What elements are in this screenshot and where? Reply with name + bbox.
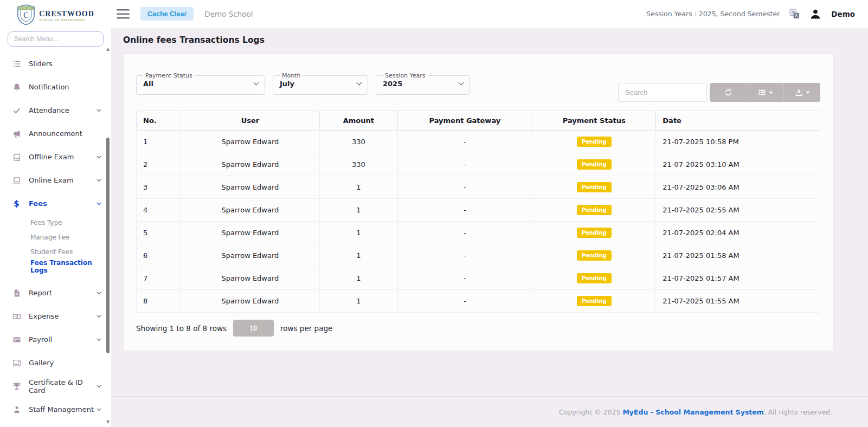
sidebar-search-input[interactable] [8, 31, 104, 47]
transactions-card: Payment StatusAllMonthJulySession Years2… [123, 53, 833, 351]
list-icon [12, 59, 21, 68]
cache-clear-button[interactable]: Cache Clear [140, 7, 194, 21]
sidebar-subitem-student-fees[interactable]: Student Fees [0, 244, 111, 259]
user-avatar-icon[interactable] [809, 8, 821, 20]
table-row: 6Sparrow Edward1-Pending21-07-2025 01:58… [137, 244, 820, 267]
cell-gateway: - [397, 222, 532, 244]
image-icon [12, 358, 21, 367]
language-translate-icon[interactable]: A [789, 9, 800, 19]
status-badge: Pending [577, 182, 612, 192]
status-badge: Pending [577, 250, 612, 261]
cell-user: Sparrow Edward [181, 267, 319, 290]
cell-status: Pending [532, 131, 656, 153]
sidebar-item-label: Announcement [29, 130, 102, 138]
filters: Payment StatusAllMonthJulySession Years2… [136, 72, 478, 95]
pagination-summary: Showing 1 to 8 of 8 rows [136, 324, 227, 333]
export-icon [795, 88, 803, 96]
sidebar-item-expense[interactable]: Expense [0, 305, 111, 328]
filter-payment-status[interactable]: Payment StatusAll [136, 72, 265, 95]
copyright-text: Copyright © 2025 MyEdu - School Manageme… [559, 408, 832, 416]
hamburger-menu-icon[interactable] [117, 9, 130, 19]
cell-date: 21-07-2025 02:55 AM [656, 199, 820, 222]
table-row: 2Sparrow Edward330-Pending21-07-2025 03:… [137, 153, 820, 176]
table-row: 5Sparrow Edward1-Pending21-07-2025 02:04… [137, 222, 820, 244]
svg-text:A: A [795, 14, 798, 18]
session-years-label: Session Years : 2025, Second Semester [646, 10, 780, 18]
cell-date: 21-07-2025 10:58 PM [656, 131, 820, 153]
sidebar-item-report[interactable]: Report [0, 281, 111, 305]
cell-amount: 1 [319, 199, 397, 222]
status-badge: Pending [577, 228, 612, 238]
cell-date: 21-07-2025 02:04 AM [656, 222, 820, 244]
sidebar-item-label: Report [29, 289, 95, 297]
cell-no: 6 [137, 244, 181, 267]
column-header-no: No. [137, 111, 181, 131]
table-search-input[interactable] [618, 83, 707, 102]
chevron-down-icon [357, 80, 362, 86]
cell-status: Pending [532, 222, 656, 244]
refresh-button[interactable] [710, 83, 747, 102]
sidebar-item-staff-management[interactable]: Staff Management [0, 398, 111, 421]
filter-label: Session Years [383, 72, 428, 79]
sidebar-item-announcement[interactable]: Announcement [0, 122, 111, 145]
sidebar-item-sliders[interactable]: Sliders [0, 52, 111, 75]
chevron-down-icon [95, 107, 102, 114]
filter-month[interactable]: MonthJuly [273, 72, 368, 95]
user-name[interactable]: Demo [831, 10, 855, 18]
credit-card-icon [12, 335, 21, 344]
status-badge: Pending [577, 205, 612, 215]
svg-text:C: C [23, 11, 28, 20]
cell-status: Pending [532, 153, 656, 176]
cell-status: Pending [532, 290, 656, 313]
sidebar-item-certificate-id-card[interactable]: Certificate & ID Card [0, 374, 111, 398]
sidebar-item-fees[interactable]: $Fees [0, 192, 111, 215]
trophy-icon [12, 381, 21, 391]
cell-amount: 1 [319, 176, 397, 199]
myedu-link[interactable]: MyEdu - School Management System [622, 408, 763, 416]
filter-session-years[interactable]: Session Years2025 [376, 72, 470, 95]
sidebar-item-label: Sliders [29, 60, 102, 68]
main-content: Online fees Transactions Logs Payment St… [111, 28, 868, 396]
cell-status: Pending [532, 199, 656, 222]
export-button[interactable] [783, 83, 820, 102]
sidebar-subitem-fees-transaction-logs[interactable]: Fees Transaction Logs [0, 259, 111, 274]
sidebar-item-online-exam[interactable]: Online Exam [0, 169, 111, 192]
brand-tagline: SCHOOL OF HATTIESBURG [39, 18, 94, 22]
filter-label: Month [280, 72, 303, 79]
sidebar-item-notification[interactable]: Notification [0, 75, 111, 99]
school-logo[interactable]: ESTD 2023 C CRESTWOOD SCHOOL OF HATTIESB… [0, 0, 111, 29]
cell-amount: 1 [319, 267, 397, 290]
scroll-down-arrow-icon[interactable]: ▼ [105, 419, 111, 425]
scroll-up-arrow-icon[interactable]: ▲ [105, 47, 111, 52]
person-icon [12, 405, 21, 414]
column-header-payment-status: Payment Status [532, 111, 656, 131]
sidebar-item-gallery[interactable]: Gallery [0, 351, 111, 374]
sidebar-subitem-manage-fee[interactable]: Manage Fee [0, 230, 111, 244]
transactions-table: No.UserAmountPayment GatewayPayment Stat… [136, 111, 820, 313]
sidebar-item-attendance[interactable]: Attendance [0, 99, 111, 122]
sidebar-item-label: Notification [29, 83, 102, 91]
cell-user: Sparrow Edward [181, 222, 319, 244]
sidebar-item-offline-exam[interactable]: Offline Exam [0, 145, 111, 169]
cell-user: Sparrow Edward [181, 290, 319, 313]
cell-amount: 330 [319, 153, 397, 176]
columns-button[interactable] [747, 83, 783, 102]
sidebar-menu: SlidersNotificationAttendanceAnnouncemen… [0, 52, 111, 421]
footer: Copyright © 2025 MyEdu - School Manageme… [111, 396, 868, 427]
sidebar-scrollbar[interactable]: ▲ ▼ [105, 47, 111, 425]
cell-gateway: - [397, 153, 532, 176]
pagination-suffix: rows per page [280, 324, 332, 333]
page-size-button[interactable]: 10 [233, 320, 274, 337]
sidebar-subitem-fees-type[interactable]: Fees Type [0, 215, 111, 230]
sidebar-item-payroll[interactable]: Payroll [0, 328, 111, 351]
cell-date: 21-07-2025 01:55 AM [656, 290, 820, 313]
table-row: 1Sparrow Edward330-Pending21-07-2025 10:… [137, 131, 820, 153]
table-header-row: No.UserAmountPayment GatewayPayment Stat… [137, 111, 820, 131]
chevron-down-icon [459, 80, 464, 86]
chevron-down-icon [95, 406, 102, 413]
file-icon [12, 288, 21, 297]
scrollbar-thumb[interactable] [106, 138, 110, 353]
chevron-down-icon [95, 383, 102, 390]
book-icon [12, 152, 21, 161]
brand-name: CRESTWOOD [39, 10, 94, 18]
